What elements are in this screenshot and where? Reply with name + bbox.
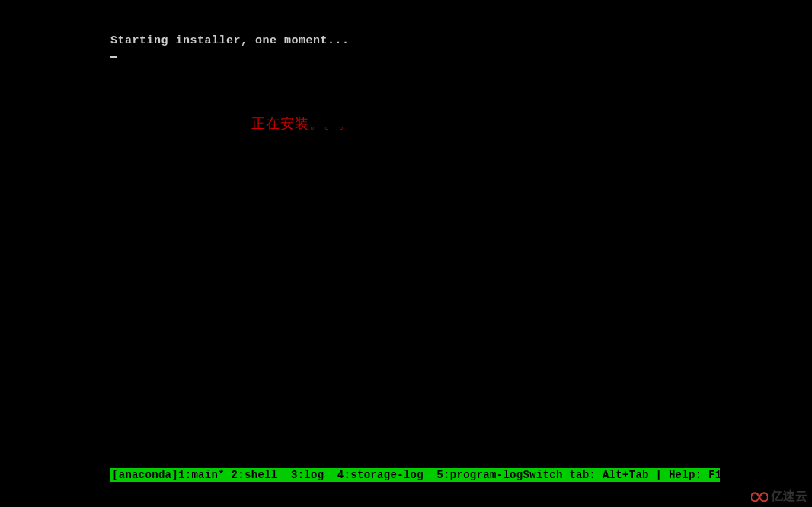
annotation-overlay: 正在安装。。。 bbox=[251, 114, 353, 133]
terminal-cursor bbox=[110, 56, 117, 58]
terminal-output: Starting installer, one moment... bbox=[110, 33, 720, 62]
tmux-status-bar[interactable]: [anaconda]1:main* 2:shell 3:log 4:storag… bbox=[110, 468, 720, 482]
status-bar-tabs[interactable]: [anaconda]1:main* 2:shell 3:log 4:storag… bbox=[112, 469, 523, 481]
installer-message: Starting installer, one moment... bbox=[110, 33, 720, 49]
watermark-text: 亿速云 bbox=[771, 489, 807, 505]
watermark: 亿速云 bbox=[751, 489, 807, 505]
infinity-icon bbox=[751, 490, 768, 504]
status-bar-help: Switch tab: Alt+Tab | Help: F1 bbox=[523, 469, 726, 481]
